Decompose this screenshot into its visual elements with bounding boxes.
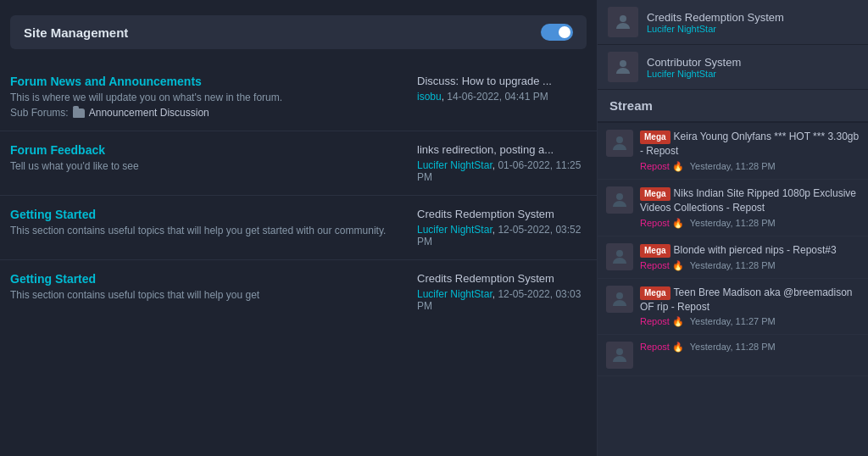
forum-row: Forum Feedback Tell us what you'd like t… <box>0 131 597 196</box>
forum-list: Forum News and Announcements This is whe… <box>0 63 597 324</box>
stream-item: Repost 🔥 Yesterday, 11:28 PM <box>598 335 868 376</box>
svg-point-1 <box>620 60 626 67</box>
stream-header: Stream <box>598 90 868 123</box>
stream-tag: Repost 🔥 <box>640 342 684 352</box>
svg-point-4 <box>616 250 623 257</box>
forum-desc: This is where we will update you on what… <box>10 92 409 103</box>
svg-point-3 <box>616 193 623 200</box>
badge-mega: Mega <box>640 131 670 144</box>
forum-row: Getting Started This section contains us… <box>0 196 597 260</box>
folder-icon <box>73 108 85 118</box>
sidebar-recent-item: Contributor System Lucifer NightStar <box>598 45 868 90</box>
site-management-bar: Site Management <box>10 15 587 49</box>
forum-info: Forum Feedback Tell us what you'd like t… <box>10 143 409 175</box>
forum-row: Getting Started This section contains us… <box>0 260 597 324</box>
stream-title[interactable]: MegaNiks Indian Site Ripped 1080p Exclus… <box>640 186 860 215</box>
sidebar: Credits Redemption System Lucifer NightS… <box>597 0 868 456</box>
stream-item: MegaTeen Bree Madison aka @breemadison O… <box>598 279 868 336</box>
forum-desc: This section contains useful topics that… <box>10 289 409 301</box>
forum-latest: Credits Redemption System Lucifer NightS… <box>417 272 587 312</box>
stream-tag: Repost 🔥 <box>640 260 684 270</box>
stream-item: MegaNiks Indian Site Ripped 1080p Exclus… <box>598 180 868 236</box>
forum-latest: links redirection, posting a... Lucifer … <box>417 143 587 183</box>
stream-tag: Repost 🔥 <box>640 218 684 228</box>
stream-meta: Repost 🔥 Yesterday, 11:28 PM <box>640 161 860 172</box>
latest-author[interactable]: isobu <box>417 91 442 103</box>
stream-date: Yesterday, 11:28 PM <box>690 342 776 352</box>
main-panel: Site Management Forum News and Announcem… <box>0 0 597 456</box>
forum-name[interactable]: Getting Started <box>10 208 409 221</box>
svg-point-6 <box>616 348 623 355</box>
stream-item: MegaBlonde with pierced nips - Repost#3 … <box>598 236 868 279</box>
recent-info: Contributor System Lucifer NightStar <box>647 56 741 79</box>
sidebar-recent: Credits Redemption System Lucifer NightS… <box>598 0 868 90</box>
stream-avatar <box>606 342 633 369</box>
forum-name[interactable]: Forum News and Announcements <box>10 75 409 88</box>
badge-mega: Mega <box>640 187 670 201</box>
badge-mega: Mega <box>640 286 670 300</box>
recent-info: Credits Redemption System Lucifer NightS… <box>647 11 784 34</box>
forum-desc: This section contains useful topics that… <box>10 225 409 236</box>
svg-point-2 <box>616 136 623 143</box>
stream-content: MegaTeen Bree Madison aka @breemadison O… <box>640 286 860 328</box>
recent-author[interactable]: Lucifer NightStar <box>647 69 741 79</box>
stream-list: MegaKeira Young Onlyfans *** HOT *** 3.3… <box>598 123 868 456</box>
recent-author[interactable]: Lucifer NightStar <box>647 24 784 34</box>
forum-latest: Credits Redemption System Lucifer NightS… <box>417 208 587 247</box>
avatar <box>608 7 638 37</box>
stream-content: Repost 🔥 Yesterday, 11:28 PM <box>640 342 860 353</box>
sub-forum-link[interactable]: Announcement Discussion <box>89 107 209 119</box>
stream-date: Yesterday, 11:28 PM <box>690 260 776 270</box>
forum-info: Forum News and Announcements This is whe… <box>10 75 409 119</box>
badge-mega: Mega <box>640 244 670 258</box>
latest-author[interactable]: Lucifer NightStar <box>417 159 492 171</box>
stream-title[interactable]: MegaKeira Young Onlyfans *** HOT *** 3.3… <box>640 130 860 158</box>
stream-meta: Repost 🔥 Yesterday, 11:28 PM <box>640 342 860 353</box>
stream-content: MegaNiks Indian Site Ripped 1080p Exclus… <box>640 186 860 229</box>
forum-name[interactable]: Getting Started <box>10 272 409 286</box>
svg-point-0 <box>620 15 626 22</box>
stream-tag: Repost 🔥 <box>640 316 684 326</box>
stream-meta: Repost 🔥 Yesterday, 11:27 PM <box>640 316 860 327</box>
stream-avatar <box>606 130 633 157</box>
forum-row: Forum News and Announcements This is whe… <box>0 63 597 131</box>
latest-author[interactable]: Lucifer NightStar <box>417 224 492 236</box>
sidebar-recent-item: Credits Redemption System Lucifer NightS… <box>598 0 868 45</box>
stream-meta: Repost 🔥 Yesterday, 11:28 PM <box>640 218 860 229</box>
forum-info: Getting Started This section contains us… <box>10 208 409 240</box>
latest-meta: Lucifer NightStar, 01-06-2022, 11:25 PM <box>417 159 587 183</box>
stream-item: MegaKeira Young Onlyfans *** HOT *** 3.3… <box>598 123 868 180</box>
recent-title[interactable]: Credits Redemption System <box>647 11 784 24</box>
latest-title[interactable]: Discuss: How to upgrade ... <box>417 75 587 87</box>
stream-avatar <box>606 186 633 214</box>
recent-title[interactable]: Contributor System <box>647 56 741 69</box>
stream-avatar <box>606 286 633 313</box>
svg-point-5 <box>616 292 623 299</box>
latest-title[interactable]: Credits Redemption System <box>417 208 587 220</box>
avatar <box>608 52 638 82</box>
stream-content: MegaKeira Young Onlyfans *** HOT *** 3.3… <box>640 130 860 172</box>
toggle-switch[interactable] <box>541 24 573 41</box>
stream-avatar <box>606 243 633 270</box>
forum-latest: Discuss: How to upgrade ... isobu, 14-06… <box>417 75 587 103</box>
site-management-title: Site Management <box>24 25 128 40</box>
sub-forums: Sub Forums: Announcement Discussion <box>10 107 409 119</box>
forum-info: Getting Started This section contains us… <box>10 272 409 304</box>
forum-desc: Tell us what you'd like to see <box>10 160 409 172</box>
stream-tag: Repost 🔥 <box>640 161 684 171</box>
stream-meta: Repost 🔥 Yesterday, 11:28 PM <box>640 260 860 271</box>
stream-title[interactable]: MegaBlonde with pierced nips - Repost#3 <box>640 243 860 258</box>
stream-date: Yesterday, 11:28 PM <box>690 161 776 171</box>
latest-title[interactable]: Credits Redemption System <box>417 272 587 285</box>
stream-date: Yesterday, 11:28 PM <box>690 218 776 228</box>
latest-meta: Lucifer NightStar, 12-05-2022, 03:52 PM <box>417 224 587 247</box>
latest-meta: isobu, 14-06-2022, 04:41 PM <box>417 91 587 103</box>
stream-title[interactable]: MegaTeen Bree Madison aka @breemadison O… <box>640 286 860 314</box>
latest-meta: Lucifer NightStar, 12-05-2022, 03:03 PM <box>417 288 587 312</box>
latest-date: 14-06-2022, 04:41 PM <box>447 91 548 103</box>
stream-date: Yesterday, 11:27 PM <box>690 316 776 326</box>
forum-name[interactable]: Forum Feedback <box>10 143 409 157</box>
latest-title[interactable]: links redirection, posting a... <box>417 143 587 156</box>
sub-forums-label: Sub Forums: <box>10 107 69 119</box>
latest-author[interactable]: Lucifer NightStar <box>417 288 492 300</box>
